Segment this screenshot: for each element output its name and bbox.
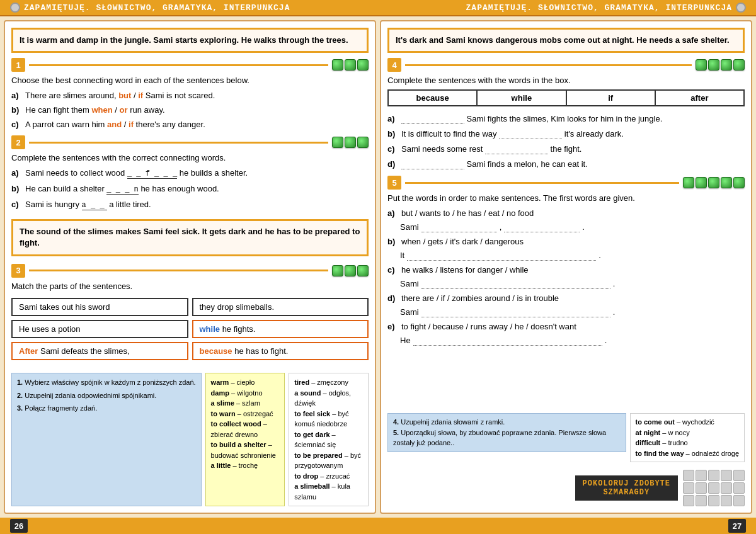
s5-item-c: c) he walks / listens for danger / while (387, 265, 745, 275)
section-1-header: 1 (11, 58, 369, 72)
item-b-label: b) (11, 105, 23, 115)
rg-2 (696, 470, 707, 481)
section-5-header: 5 (387, 176, 745, 190)
s4-a-text: Sami fights the slimes, Kim looks for hi… (401, 114, 662, 124)
s5-e-starter: He (400, 336, 411, 345)
vocab-blue-1: 1. Wybierz właściwy spójnik w każdym z p… (17, 377, 196, 388)
word-after: after (656, 91, 743, 105)
highlight-after: After (19, 346, 38, 356)
rg-4 (721, 470, 732, 481)
s5-a-blank2 (504, 222, 580, 232)
match-right-1: they drop slimeballs. (192, 298, 369, 316)
s4-c-label: c) (387, 144, 399, 154)
vocab-white: tired – zmęczony a sound – odgłos, dźwię… (289, 373, 369, 506)
word-while: while (478, 91, 566, 105)
vy-6: to build a shelter – budować schronienie (211, 440, 280, 460)
s5-b-blank (407, 251, 596, 261)
rg-10 (733, 482, 745, 494)
s5-a-starter: Sami (400, 222, 419, 232)
s5-c-starter: Sami (400, 279, 419, 288)
gem-5 (345, 137, 356, 148)
s5-d-label: d) (387, 293, 399, 303)
word-box: because while if after (387, 89, 745, 106)
reward-box: POKOLORUJ ZDOBYTESZMARAGDY (575, 475, 678, 501)
s5-b-starter: It (400, 251, 404, 260)
s5-a-blank1 (421, 222, 497, 232)
section-1-instruction: Choose the best connecting word in each … (11, 76, 369, 85)
s4-item-a: a) Sami fights the slimes, Kim looks for… (387, 114, 745, 124)
left-vocab-section: 1. Wybierz właściwy spójnik w każdym z p… (11, 373, 369, 506)
vw-4: to get dark – ściemniać się (294, 429, 363, 450)
s5-item-e: e) to fight / because / runs away / he /… (387, 322, 745, 331)
match-left-1-text: Sami takes out his sword (19, 302, 110, 312)
highlight-while: while (200, 324, 220, 334)
blank-b: _ _ _ n (106, 185, 138, 195)
gem-7 (332, 265, 343, 276)
gem-3 (357, 59, 369, 71)
rg-5 (733, 470, 745, 481)
section-1-item-a: a) There are slimes around, but / if Sam… (11, 91, 369, 100)
section-1: 1 Choose the best connecting word in eac… (11, 58, 369, 130)
s2-item-c-label: c) (11, 200, 23, 209)
section-2: 2 Complete the sentences with the correc… (11, 135, 369, 212)
right-white-vocab: to come out – wychodzić at night – w noc… (630, 413, 745, 462)
vy-1: warm – ciepło (211, 377, 280, 388)
section-5-number: 5 (387, 176, 401, 190)
s5-item-d: d) there are / if / zombies around / is … (387, 293, 745, 303)
rg-8 (708, 482, 719, 494)
right-page: It's dark and Sami knows dangerous mobs … (380, 20, 752, 514)
s5-item-a: a) but / wants to / he has / eat / no fo… (387, 208, 745, 218)
right-bottom: 4. Uzupełnij zdania słowami z ramki. 5. … (387, 413, 745, 462)
rwv-1: to come out – wychodzić (636, 417, 739, 428)
blank-c: a _ _ (82, 201, 107, 210)
header-title-left: ZAPAMIĘTUJĘ. SŁOWNICTWO, GRAMATYKA, INTE… (24, 3, 290, 13)
section-4-number: 4 (387, 58, 401, 72)
match-right-3-text: because he has to fight. (200, 346, 289, 356)
s2-item-b-text: He can build a shelter _ _ _ n he has en… (25, 184, 219, 195)
blank-a: _ _ f _ _ _ (127, 169, 177, 179)
s5-a-words: but / wants to / he has / eat / no food (401, 208, 534, 218)
gem-14 (683, 177, 694, 188)
s5-d-words: there are / if / zombies around / is in … (401, 293, 559, 303)
vy-4: to warn – ostrzegać (211, 409, 280, 419)
vy-7: a little – trochę (211, 460, 280, 471)
vw-3: to feel sick – być komuś niedobrze (294, 409, 363, 429)
section-4-instruction: Complete the sentences with the words in… (387, 76, 745, 85)
rg-3 (708, 470, 719, 481)
rg-1 (683, 470, 694, 481)
section-3-intro-text: The sound of the slimes makes Sami feel … (20, 227, 360, 247)
rg-7 (696, 482, 707, 494)
gem-4 (332, 137, 343, 148)
right-intro-box: It's dark and Sami knows dangerous mobs … (387, 28, 745, 53)
left-header-icon (10, 3, 20, 13)
s4-a-blank (401, 114, 464, 124)
page-num-left: 26 (10, 519, 28, 533)
header-title-right: ZAPAMIĘTUJĘ. SŁOWNICTWO, GRAMATYKA, INTE… (466, 3, 732, 13)
match-right-2: while he fights. (192, 320, 369, 338)
gem-12 (721, 59, 732, 71)
reward-area: POKOLORUJ ZDOBYTESZMARAGDY (387, 470, 745, 506)
item-a-text: There are slimes around, but / if Sami i… (25, 91, 215, 100)
gem-10 (696, 59, 707, 71)
section-3-intro: The sound of the slimes makes Sami feel … (11, 219, 369, 256)
word-because: because (389, 91, 478, 105)
s5-a-comma: , (500, 222, 502, 232)
s5-b-period: . (598, 251, 601, 260)
gem-15 (696, 177, 707, 188)
gem-8 (345, 265, 356, 276)
rg-12 (696, 495, 707, 506)
match-left-2: He uses a potion (11, 320, 188, 338)
left-intro-text: It is warm and damp in the jungle. Sami … (20, 35, 348, 45)
section-3-gems (332, 265, 369, 276)
s5-c-blank (421, 279, 610, 289)
s4-b-blank (499, 129, 562, 139)
vw-1: tired – zmęczony (294, 377, 363, 388)
gem-1 (332, 59, 343, 71)
s5-e-words: to fight / because / runs away / he / do… (401, 322, 576, 331)
vy-5: to collect wood – zbierać drewno (211, 419, 280, 440)
rg-9 (721, 482, 732, 494)
match-right-3: because he has to fight. (192, 342, 369, 360)
s2-item-b-label: b) (11, 184, 23, 193)
s5-item-b: b) when / gets / it's dark / dangerous (387, 237, 745, 246)
s5-c-words: he walks / listens for danger / while (401, 265, 529, 275)
